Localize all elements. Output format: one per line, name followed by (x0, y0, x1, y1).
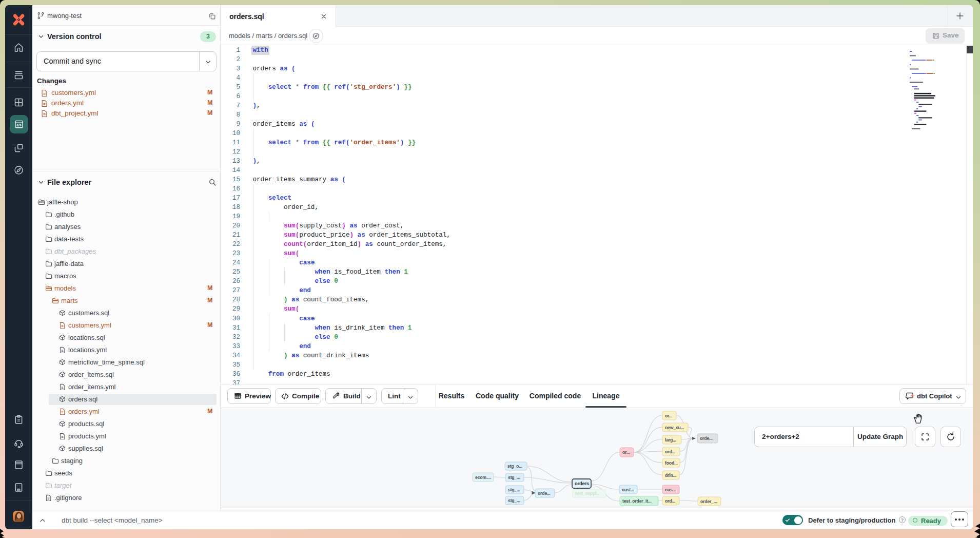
svg-text:orde...: orde... (700, 436, 713, 441)
svg-text:test_suppl...: test_suppl... (575, 491, 600, 496)
svg-text:ecom....: ecom.... (475, 475, 491, 480)
svg-text:test_order_it...: test_order_it... (622, 498, 652, 504)
svg-text:ord...: ord... (665, 449, 675, 454)
svg-text:cust...: cust... (622, 487, 634, 492)
svg-text:or...: or... (622, 450, 630, 455)
svg-text:orde...: orde... (538, 491, 551, 496)
svg-text:larg...: larg... (665, 437, 676, 443)
svg-text:ord...: ord... (665, 498, 675, 504)
svg-text:cus...: cus... (665, 487, 676, 492)
svg-text:stg_...: stg_... (508, 475, 520, 480)
svg-text:food...: food... (665, 460, 678, 466)
svg-text:stg_...: stg_... (508, 487, 520, 492)
svg-text:orders: orders (575, 481, 589, 486)
svg-text:stg_o...: stg_o... (507, 464, 522, 469)
svg-text:stg_...: stg_... (508, 498, 520, 503)
svg-text:order_...: order_... (700, 499, 717, 504)
svg-text:drin...: drin... (665, 473, 676, 478)
svg-text:or...: or... (665, 413, 672, 418)
svg-text:new_cu...: new_cu... (665, 425, 684, 430)
